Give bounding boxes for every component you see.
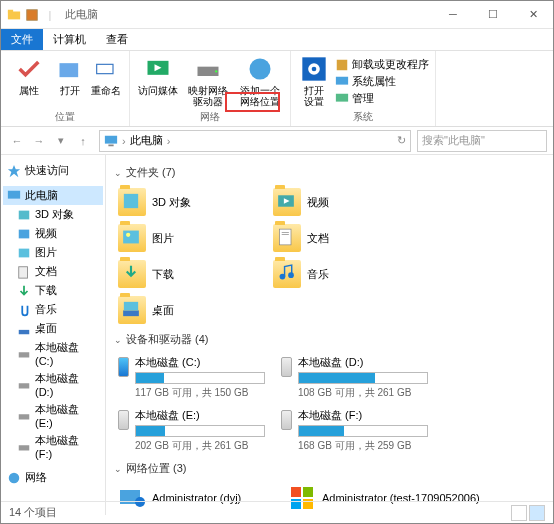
tree-network[interactable]: 网络 [3,468,103,487]
close-button[interactable]: ✕ [513,1,553,27]
svg-rect-16 [105,135,117,143]
svg-rect-0 [8,11,20,19]
system-props-button[interactable]: 系统属性 [335,74,429,89]
capacity-bar [135,372,265,384]
manage-button[interactable]: 管理 [335,91,429,106]
back-button[interactable]: ← [7,131,27,151]
svg-rect-24 [19,329,30,333]
svg-rect-1 [8,9,13,12]
drive-item[interactable]: 本地磁盘 (D:)108 GB 可用，共 261 GB [277,351,432,404]
monitor-icon [335,75,349,89]
tree-item[interactable]: 音乐 [3,300,103,319]
titlebar: | 此电脑 ─ ☐ ✕ [1,1,553,29]
tree-item[interactable]: 本地磁盘 (D:) [3,369,103,400]
drive-item[interactable]: 本地磁盘 (C:)117 GB 可用，共 150 GB [114,351,269,404]
rename-button[interactable]: 重命名 [89,55,123,96]
svg-rect-23 [19,266,28,277]
svg-rect-44 [291,487,301,497]
svg-rect-35 [280,229,291,245]
tree-item[interactable]: 3D 对象 [3,205,103,224]
uninstall-button[interactable]: 卸载或更改程序 [335,57,429,72]
chevron-down-icon: ⌄ [114,464,122,474]
uninstall-icon [335,58,349,72]
open-button[interactable]: 打开 [55,55,85,96]
folder-item[interactable]: 3D 对象 [114,184,269,220]
view-buttons[interactable] [511,505,545,521]
tree-item[interactable]: 本地磁盘 (E:) [3,400,103,431]
svg-rect-25 [19,352,30,357]
nav-tree: 快速访问 此电脑 3D 对象视频图片文档下载音乐桌面本地磁盘 (C:)本地磁盘 … [1,155,106,515]
address-text: 此电脑 [130,133,163,148]
tree-item[interactable]: 视频 [3,224,103,243]
tab-file[interactable]: 文件 [1,29,43,50]
drive-item[interactable]: 本地磁盘 (F:)168 GB 可用，共 259 GB [277,404,432,457]
save-icon[interactable] [25,8,39,22]
tree-item[interactable]: 图片 [3,243,103,262]
tree-quick-access[interactable]: 快速访问 [3,161,103,180]
tab-view[interactable]: 查看 [96,29,138,50]
folder-item[interactable]: 下载 [114,256,269,292]
svg-rect-45 [303,487,313,497]
pc-icon [104,134,118,148]
globe-icon [246,55,274,83]
map-drive-button[interactable]: 映射网络 驱动器 [184,55,232,107]
item-icon [17,347,31,361]
folders-header[interactable]: ⌄文件夹 (7) [114,161,545,184]
tab-computer[interactable]: 计算机 [43,29,96,50]
folder-item[interactable]: 音乐 [269,256,424,292]
tree-item[interactable]: 文档 [3,262,103,281]
tree-item[interactable]: 下载 [3,281,103,300]
folder-item[interactable]: 视频 [269,184,424,220]
svg-rect-33 [123,231,139,244]
folder-icon [7,8,21,22]
svg-rect-21 [19,229,30,238]
svg-rect-30 [124,194,138,208]
open-icon [56,55,84,83]
svg-rect-15 [336,93,348,101]
folder-item[interactable]: 桌面 [114,292,269,328]
tree-item[interactable]: 桌面 [3,319,103,338]
svg-point-34 [126,233,130,237]
add-network-button[interactable]: 添加一个 网络位置 [236,55,284,107]
drive-item[interactable]: 本地磁盘 (E:)202 GB 可用，共 261 GB [114,404,269,457]
svg-rect-28 [19,445,30,450]
folder-icon [273,224,301,252]
drive-icon [281,357,292,377]
capacity-bar [298,372,428,384]
refresh-button[interactable]: ↻ [397,134,406,147]
svg-rect-17 [108,144,113,146]
address-bar[interactable]: › 此电脑 › ↻ [99,130,411,152]
folder-item[interactable]: 图片 [114,220,269,256]
open-settings-button[interactable]: 打开 设置 [297,55,331,107]
minimize-button[interactable]: ─ [433,1,473,27]
search-input[interactable]: 搜索"此电脑" [417,130,547,152]
svg-rect-27 [19,414,30,419]
forward-button[interactable]: → [29,131,49,151]
item-icon [17,227,31,241]
svg-rect-40 [123,310,139,316]
tree-item[interactable]: 本地磁盘 (C:) [3,338,103,369]
folder-icon [273,188,301,216]
properties-button[interactable]: 属性 [7,55,51,96]
address-row: ← → ▾ ↑ › 此电脑 › ↻ 搜索"此电脑" [1,127,553,155]
drive-icon [118,357,129,377]
item-icon [17,246,31,260]
svg-point-9 [250,59,271,80]
netloc-header[interactable]: ⌄网络位置 (3) [114,457,545,480]
access-media-button[interactable]: 访问媒体 [136,55,180,96]
item-icon [17,208,31,222]
rename-icon [92,55,120,83]
svg-point-12 [312,67,317,72]
gear-icon [300,55,328,83]
drives-header[interactable]: ⌄设备和驱动器 (4) [114,328,545,351]
folder-item[interactable]: 文档 [269,220,424,256]
maximize-button[interactable]: ☐ [473,1,513,27]
tree-this-pc[interactable]: 此电脑 [3,186,103,205]
up-button[interactable]: ↑ [73,131,93,151]
history-button[interactable]: ▾ [51,131,71,151]
folder-icon [118,260,146,288]
item-icon [17,303,31,317]
tree-item[interactable]: 本地磁盘 (F:) [3,431,103,462]
svg-rect-13 [337,59,348,70]
check-icon [15,55,43,83]
